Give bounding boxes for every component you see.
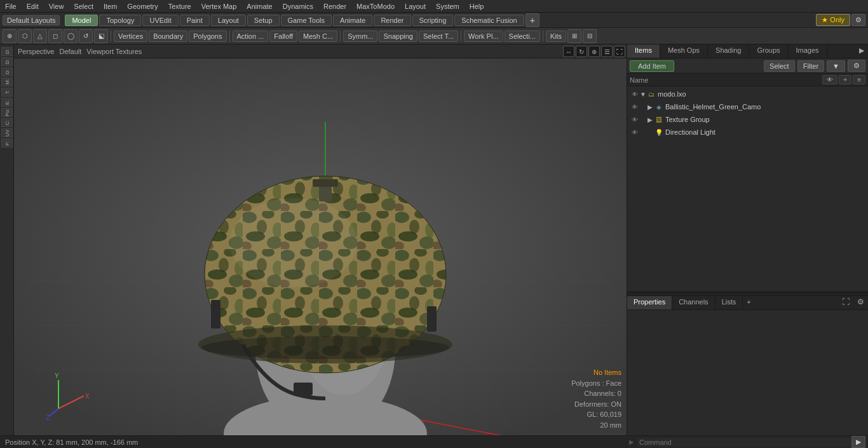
panel-tab-shading[interactable]: Shading xyxy=(708,44,749,58)
vp-btn-rotate[interactable]: ↻ xyxy=(576,46,587,57)
tree-item-modo-lxo[interactable]: 👁 ▼ 🗂 modo.lxo xyxy=(627,88,868,100)
menu-help[interactable]: Help xyxy=(465,1,489,11)
tree-item-helmet[interactable]: 👁 ▶ ◈ Ballistic_Helmet_Green_Camo xyxy=(627,100,868,113)
prop-action-gear[interactable]: ⚙ xyxy=(853,296,868,309)
prop-tab-properties[interactable]: Properties xyxy=(627,296,672,309)
tool-snapping[interactable]: Snapping xyxy=(379,31,417,42)
tool-symmetry[interactable]: Symm... xyxy=(343,31,377,42)
tab-paint[interactable]: Paint xyxy=(180,15,210,26)
tab-scripting[interactable]: Scripting xyxy=(412,15,454,26)
tool-icon-1[interactable]: ⊕ xyxy=(3,29,17,43)
sidebar-btn-m[interactable]: M: xyxy=(1,78,13,86)
panel-gear-button[interactable]: ⚙ xyxy=(848,60,865,72)
menu-file[interactable]: File xyxy=(0,1,22,11)
sidebar-btn-e[interactable]: E: xyxy=(1,98,13,107)
menu-item[interactable]: Item xyxy=(98,1,122,11)
tab-uvedit[interactable]: UVEdit xyxy=(142,15,178,26)
menu-texture[interactable]: Texture xyxy=(163,1,196,11)
sidebar-btn-uv[interactable]: UV xyxy=(1,128,13,137)
tool-falloff[interactable]: Falloff xyxy=(269,31,297,42)
tool-select-t[interactable]: Select T... xyxy=(419,31,458,42)
sidebar-btn-f[interactable]: F: xyxy=(1,139,13,147)
viewport-canvas[interactable]: No Items Polygons : Face Channels: 0 Def… xyxy=(14,58,627,435)
tab-model[interactable]: Model xyxy=(65,15,98,26)
menu-layout[interactable]: Layout xyxy=(400,1,431,11)
sidebar-btn-t[interactable]: T: xyxy=(1,88,13,97)
panel-tab-items[interactable]: Items xyxy=(627,44,660,58)
tool-icon-6[interactable]: ↺ xyxy=(79,29,93,43)
menu-animate[interactable]: Animate xyxy=(241,1,277,11)
prop-tab-lists[interactable]: Lists xyxy=(715,296,743,309)
tree-arrow-helmet[interactable]: ▶ xyxy=(648,104,654,111)
sidebar-btn-d3[interactable]: D: xyxy=(1,67,13,76)
cmd-run-button[interactable]: ▶ xyxy=(851,436,865,448)
tab-animate[interactable]: Animate xyxy=(333,15,372,26)
viewport[interactable]: Perspective Default Viewport Textures ↔ … xyxy=(14,44,627,435)
tool-polygons[interactable]: Polygons xyxy=(189,31,226,42)
vp-btn-zoom[interactable]: ⊕ xyxy=(588,46,600,57)
panel-tab-images[interactable]: Images xyxy=(789,44,827,58)
tool-icon-3[interactable]: △ xyxy=(33,29,47,43)
tree-arrow-texture-group[interactable]: ▶ xyxy=(648,116,654,123)
menu-vertexmap[interactable]: Vertex Map xyxy=(196,1,242,11)
tool-selecti[interactable]: Selecti... xyxy=(505,31,540,42)
layout-gear-button[interactable]: ⚙ xyxy=(851,14,865,26)
tool-icon-kits-2[interactable]: ⊟ xyxy=(583,29,597,43)
tool-icon-kits-1[interactable]: ⊞ xyxy=(567,29,581,43)
eye-icon-texture-group[interactable]: 👁 xyxy=(630,114,640,125)
menu-edit[interactable]: Edit xyxy=(22,1,44,11)
star-only-button[interactable]: ★ Only xyxy=(816,14,850,26)
tab-gametools[interactable]: Game Tools xyxy=(281,15,332,26)
command-input[interactable] xyxy=(637,438,851,447)
panel-collapse-button[interactable]: ▼ xyxy=(827,60,845,72)
tool-icon-7[interactable]: ⬕ xyxy=(94,29,108,43)
tool-icon-5[interactable]: ◯ xyxy=(64,29,78,43)
tab-layout[interactable]: Layout xyxy=(211,15,246,26)
tool-mesh[interactable]: Mesh C... xyxy=(299,31,337,42)
tab-schematic-fusion[interactable]: Schematic Fusion xyxy=(454,15,524,26)
eye-icon-helmet[interactable]: 👁 xyxy=(630,102,640,112)
sidebar-btn-d1[interactable]: D: xyxy=(1,47,13,56)
eye-icon-directional-light[interactable]: 👁 xyxy=(630,127,640,137)
vp-btn-settings[interactable]: ☰ xyxy=(601,46,613,57)
prop-tab-plus[interactable]: + xyxy=(743,296,754,309)
sidebar-btn-pol[interactable]: Po: xyxy=(1,108,13,117)
col-menu-btn[interactable]: ≡ xyxy=(853,75,865,85)
add-item-button[interactable]: Add Item xyxy=(630,60,674,72)
vp-btn-arrows[interactable]: ↔ xyxy=(563,46,574,57)
tree-item-texture-group[interactable]: 👁 ▶ 🖼 Texture Group xyxy=(627,113,868,126)
tab-topology[interactable]: Topology xyxy=(99,15,141,26)
tree-arrow-modo-lxo[interactable]: ▼ xyxy=(640,91,646,98)
menu-system[interactable]: System xyxy=(431,1,465,11)
vp-btn-fullscreen[interactable]: ⛶ xyxy=(614,46,625,57)
sidebar-btn-d2[interactable]: D: xyxy=(1,57,13,66)
tab-setup[interactable]: Setup xyxy=(247,15,280,26)
tool-vertices[interactable]: Vertices xyxy=(114,31,147,42)
tool-action[interactable]: Action ... xyxy=(233,31,269,42)
menu-select[interactable]: Select xyxy=(69,1,98,11)
sidebar-btn-c[interactable]: C: xyxy=(1,118,13,127)
eye-icon-modo-lxo[interactable]: 👁 xyxy=(630,89,640,99)
col-vis-btn[interactable]: 👁 xyxy=(822,75,837,85)
tool-workplane[interactable]: Work Pl... xyxy=(464,31,503,42)
menu-dynamics[interactable]: Dynamics xyxy=(278,1,318,11)
add-tab-button[interactable]: + xyxy=(526,13,539,27)
panel-tab-meshops[interactable]: Mesh Ops xyxy=(660,44,708,58)
prop-tab-channels[interactable]: Channels xyxy=(672,296,715,309)
tool-boundary[interactable]: Boundary xyxy=(149,31,187,42)
tool-kits[interactable]: Kits xyxy=(546,31,566,42)
select-button[interactable]: Select xyxy=(764,60,795,72)
panel-tabs-arrow[interactable]: ▶ xyxy=(855,44,868,58)
menu-render[interactable]: Render xyxy=(318,1,351,11)
prop-action-expand[interactable]: ⛶ xyxy=(838,296,853,309)
filter-button[interactable]: Filter xyxy=(797,60,824,72)
menu-maxtomodo[interactable]: MaxToModo xyxy=(351,1,400,11)
tool-icon-2[interactable]: ⬡ xyxy=(18,29,32,43)
tree-item-directional-light[interactable]: 👁 💡 Directional Light xyxy=(627,126,868,139)
panel-tab-groups[interactable]: Groups xyxy=(749,44,788,58)
menu-geometry[interactable]: Geometry xyxy=(122,1,163,11)
menu-view[interactable]: View xyxy=(44,1,69,11)
tab-render[interactable]: Render xyxy=(374,15,410,26)
col-add-btn[interactable]: + xyxy=(839,75,851,85)
tool-icon-4[interactable]: ◻ xyxy=(48,29,62,43)
